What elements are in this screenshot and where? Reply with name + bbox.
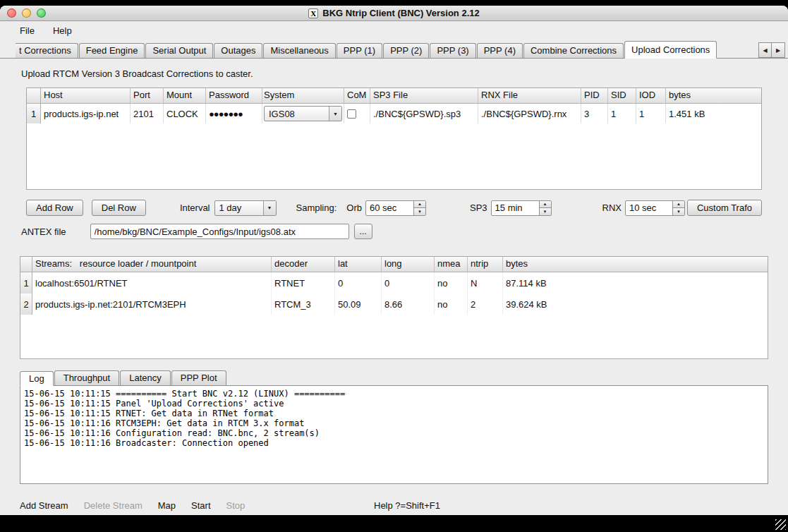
col-header-decoder[interactable]: decoder xyxy=(272,257,335,272)
cell-sp3-file[interactable]: ./BNC${GPSWD}.sp3 xyxy=(370,104,478,123)
tab-scrollers: ◀ ▶ xyxy=(758,42,785,58)
tab-ppp-plot[interactable]: PPP Plot xyxy=(171,370,226,385)
menu-help[interactable]: Help xyxy=(53,25,72,36)
stream-row[interactable]: 1 localhost:6501/RTNET RTNET 0 0 no N 87… xyxy=(20,272,768,294)
log-viewer[interactable]: 15-06-15 10:11:15 ========== Start BNC v… xyxy=(20,385,768,484)
col-header-password[interactable]: Password xyxy=(206,88,262,103)
menu-bar: File Help xyxy=(0,21,788,40)
cell-lat: 50.09 xyxy=(335,294,382,315)
tab-ppp-4[interactable]: PPP (4) xyxy=(477,43,523,58)
tab-ppp-1[interactable]: PPP (1) xyxy=(337,43,382,58)
system-combobox-value: IGS08 xyxy=(265,107,329,121)
bnc-window: X BKG Ntrip Client (BNC) Version 2.12 Fi… xyxy=(0,6,788,515)
row-number: 1 xyxy=(27,104,41,123)
browse-antex-button[interactable]: ... xyxy=(354,224,372,239)
tab-serial-output[interactable]: Serial Output xyxy=(145,43,213,58)
tab-upload-corrections[interactable]: Upload Corrections xyxy=(624,41,717,59)
cell-host[interactable]: products.igs-ip.net xyxy=(41,104,131,123)
cell-port[interactable]: 2101 xyxy=(131,104,164,123)
cell-password[interactable]: ●●●●●●● xyxy=(206,104,262,123)
stream-row[interactable]: 2 products.igs-ip.net:2101/RTCM3EPH RTCM… xyxy=(20,294,768,315)
col-header-host[interactable]: Host xyxy=(41,88,131,103)
cell-long: 8.66 xyxy=(382,294,435,315)
com-checkbox[interactable] xyxy=(347,109,356,119)
sp3-sampling-spinbox[interactable]: 15 min ▲ ▼ xyxy=(491,200,552,216)
cell-sid[interactable]: 1 xyxy=(608,104,636,123)
x11-app-icon: X xyxy=(308,8,318,18)
tab-scroll-right-icon[interactable]: ▶ xyxy=(772,42,785,58)
col-header-mountpoint[interactable]: Streams: resource loader / mountpoint xyxy=(32,257,272,272)
col-header-pid[interactable]: PID xyxy=(581,88,608,103)
custom-trafo-button[interactable]: Custom Trafo xyxy=(687,200,762,216)
col-header-ntrip[interactable]: ntrip xyxy=(468,257,503,272)
minimize-window-icon[interactable] xyxy=(22,8,31,18)
col-header-iod[interactable]: IOD xyxy=(636,88,666,103)
resize-grip[interactable] xyxy=(775,519,786,530)
tab-ppp-2[interactable]: PPP (2) xyxy=(383,43,429,58)
add-stream-button[interactable]: Add Stream xyxy=(20,500,68,511)
sp3-label: SP3 xyxy=(470,202,487,213)
col-header-bytes[interactable]: bytes xyxy=(666,88,761,103)
cell-bytes: 1.451 kB xyxy=(666,104,761,123)
chevron-down-icon: ▼ xyxy=(263,201,276,215)
tab-outages[interactable]: Outages xyxy=(214,43,262,58)
tab-scroll-left-icon[interactable]: ◀ xyxy=(758,42,772,58)
tab-combine-corrections[interactable]: Combine Corrections xyxy=(523,43,624,58)
spin-down-icon[interactable]: ▼ xyxy=(673,207,684,215)
log-line: 15-06-15 10:11:15 RTNET: Get data in RTN… xyxy=(24,409,764,418)
col-header-com[interactable]: CoM xyxy=(344,88,370,103)
tab-broadcast-corrections[interactable]: t Corrections xyxy=(16,43,78,58)
menu-file[interactable]: File xyxy=(20,25,35,36)
add-row-button[interactable]: Add Row xyxy=(26,200,83,216)
close-window-icon[interactable] xyxy=(7,8,16,18)
col-header-rnx-file[interactable]: RNX File xyxy=(478,88,581,103)
col-header-mount[interactable]: Mount xyxy=(164,88,206,103)
map-button[interactable]: Map xyxy=(158,500,176,511)
spin-up-icon[interactable]: ▲ xyxy=(673,201,684,208)
interval-value: 1 day xyxy=(215,201,263,215)
tab-log[interactable]: Log xyxy=(20,371,54,386)
spin-up-icon[interactable]: ▲ xyxy=(540,201,551,208)
log-line: 15-06-15 10:11:16 RTCM3EPH: Get data in … xyxy=(24,418,764,428)
start-button[interactable]: Start xyxy=(191,500,210,511)
col-header-bytes[interactable]: bytes xyxy=(503,257,768,272)
spin-down-icon[interactable]: ▼ xyxy=(540,207,551,215)
col-header-sid[interactable]: SID xyxy=(608,88,636,103)
cell-mount[interactable]: CLOCK xyxy=(164,104,206,123)
stop-button[interactable]: Stop xyxy=(226,500,246,511)
tab-latency[interactable]: Latency xyxy=(120,370,171,385)
spin-up-icon[interactable]: ▲ xyxy=(414,201,425,208)
rnx-sampling-spinbox[interactable]: 10 sec ▲ ▼ xyxy=(625,200,685,216)
upload-table-row[interactable]: 1 products.igs-ip.net 2101 CLOCK ●●●●●●●… xyxy=(27,104,761,123)
cell-bytes: 39.624 kB xyxy=(503,294,768,315)
tab-miscellaneous[interactable]: Miscellaneous xyxy=(263,43,335,58)
col-header-nmea[interactable]: nmea xyxy=(435,257,468,272)
zoom-window-icon[interactable] xyxy=(37,8,46,18)
tab-ppp-3[interactable]: PPP (3) xyxy=(430,43,475,58)
orb-sampling-spinbox[interactable]: 60 sec ▲ ▼ xyxy=(365,200,426,216)
cell-bytes: 87.114 kB xyxy=(503,272,768,294)
log-line: 15-06-15 10:11:15 Panel 'Upload Correcti… xyxy=(24,399,764,409)
tab-feed-engine[interactable]: Feed Engine xyxy=(79,43,145,58)
interval-combobox[interactable]: 1 day ▼ xyxy=(214,200,277,216)
cell-iod[interactable]: 1 xyxy=(636,104,666,123)
antex-row: ANTEX file ... xyxy=(21,224,767,239)
monitor-tab-bar: Log Throughput Latency PPP Plot xyxy=(20,369,788,385)
cell-pid[interactable]: 3 xyxy=(581,104,608,123)
col-header-lat[interactable]: lat xyxy=(335,257,382,272)
col-header-port[interactable]: Port xyxy=(131,88,164,103)
corner-header xyxy=(20,257,32,272)
col-header-system[interactable]: System xyxy=(262,88,344,103)
col-header-sp3-file[interactable]: SP3 File xyxy=(370,88,478,103)
del-row-button[interactable]: Del Row xyxy=(92,200,146,216)
cell-rnx-file[interactable]: ./BNC${GPSWD}.rnx xyxy=(478,104,581,123)
window-controls xyxy=(7,8,46,18)
antex-file-input[interactable] xyxy=(90,224,349,239)
window-title-area: X BKG Ntrip Client (BNC) Version 2.12 xyxy=(0,8,788,18)
title-bar[interactable]: X BKG Ntrip Client (BNC) Version 2.12 xyxy=(0,6,788,21)
spin-down-icon[interactable]: ▼ xyxy=(414,207,425,215)
system-combobox[interactable]: IGS08 ▼ xyxy=(264,106,342,121)
tab-throughput[interactable]: Throughput xyxy=(54,370,120,385)
delete-stream-button[interactable]: Delete Stream xyxy=(84,500,143,511)
col-header-long[interactable]: long xyxy=(382,257,435,272)
